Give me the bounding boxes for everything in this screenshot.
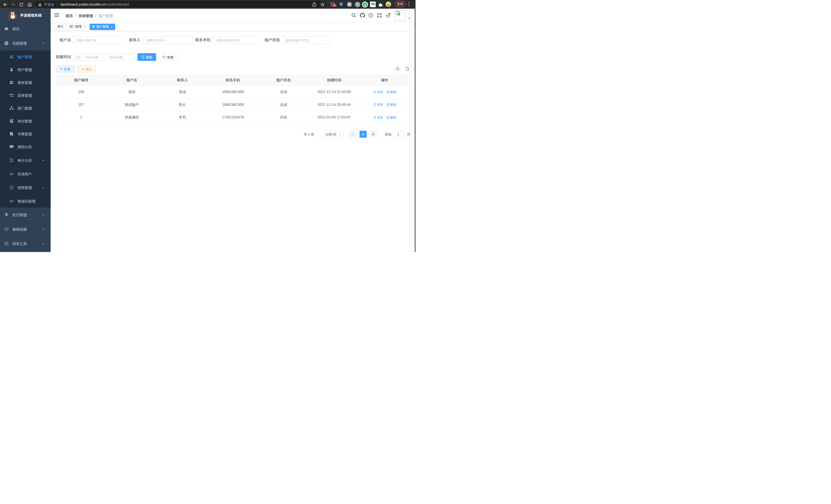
svg-text:?: ? xyxy=(370,14,372,17)
